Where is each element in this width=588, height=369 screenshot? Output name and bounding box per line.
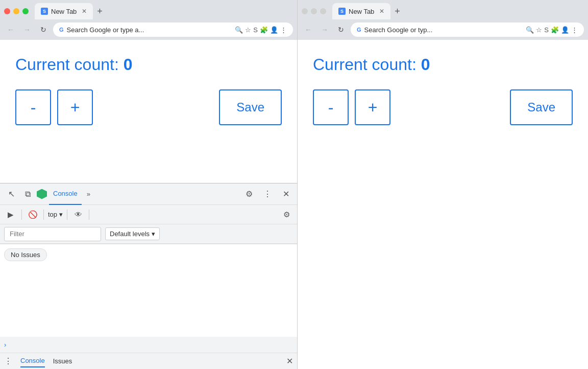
current-count-right: Current count: 0	[313, 55, 573, 74]
back-button-left[interactable]: ←	[4, 23, 17, 36]
tab-bar-left: S New Tab ✕ +	[0, 0, 297, 19]
tab-title-left: New Tab	[51, 8, 77, 15]
no-entry-icon[interactable]: 🚫	[26, 208, 39, 221]
bottom-tab-issues[interactable]: Issues	[53, 355, 72, 367]
decrement-button-left[interactable]: -	[15, 89, 51, 125]
default-levels-chevron-icon: ▾	[152, 230, 155, 238]
address-icons-right: 🔍 ☆ S 🧩 👤 ⋮	[526, 26, 578, 34]
reload-button-left[interactable]: ↻	[37, 23, 50, 36]
new-tab-button-left[interactable]: +	[95, 6, 105, 17]
address-bar-left: ← → ↻ G Search Google or type a... 🔍 ☆ S…	[0, 19, 297, 40]
tab-close-left[interactable]: ✕	[82, 8, 87, 15]
decrement-button-right[interactable]: -	[313, 89, 349, 125]
bottom-close-button[interactable]: ✕	[286, 356, 293, 366]
button-row-right: - + Save	[313, 89, 573, 125]
profile-icon-right: 👤	[561, 26, 569, 34]
console-body: No Issues	[0, 244, 297, 337]
no-issues-badge: No Issues	[4, 248, 47, 261]
search-icon-left: 🔍	[235, 26, 243, 34]
count-label-left: Current count:	[15, 55, 124, 74]
close-window-button[interactable]	[4, 8, 10, 14]
bottom-tab-console[interactable]: Console	[20, 355, 45, 367]
increment-button-left[interactable]: +	[57, 89, 93, 125]
play-icon[interactable]: ▶	[4, 208, 17, 221]
back-button-right[interactable]: ←	[302, 23, 315, 36]
right-browser-panel: S New Tab ✕ + ← → ↻ G Search Google or t…	[298, 0, 588, 369]
tab-bar-right: S New Tab ✕ +	[298, 0, 588, 19]
search-icon-right: 🔍	[526, 26, 534, 34]
default-levels-button[interactable]: Default levels ▾	[105, 227, 160, 240]
address-input-left[interactable]: G Search Google or type a... 🔍 ☆ S 🧩 👤 ⋮	[53, 22, 293, 37]
traffic-lights-right	[302, 8, 326, 14]
extensions-hex-icon	[37, 189, 47, 199]
close-window-right	[302, 8, 308, 14]
count-value-left: 0	[124, 55, 133, 74]
maximize-window-button[interactable]	[22, 8, 29, 14]
count-value-right: 0	[421, 55, 430, 74]
devtools-tabs-bar: ↖ ⧉ Console » ⚙ ⋮ ✕	[0, 183, 297, 205]
devtools-panel: ↖ ⧉ Console » ⚙ ⋮ ✕ ▶ 🚫 top ▾ 👁 ⚙	[0, 183, 297, 369]
toolbar-divider-3	[67, 210, 67, 220]
element-selector-icon[interactable]: ↖	[4, 187, 18, 201]
toolbar-divider-4	[89, 210, 89, 220]
maximize-window-right	[320, 8, 326, 14]
default-levels-label: Default levels	[110, 230, 150, 238]
address-bar-right: ← → ↻ G Search Google or typ... 🔍 ☆ S 🧩 …	[298, 19, 588, 40]
tab-favicon-left: S	[41, 8, 48, 15]
count-label-right: Current count:	[313, 55, 421, 74]
browser-tab-right[interactable]: S New Tab ✕	[332, 3, 390, 19]
current-count-left: Current count: 0	[15, 55, 282, 74]
page-content-right: Current count: 0 - + Save	[298, 40, 588, 369]
filter-bar: Default levels ▾	[0, 224, 297, 244]
save-button-left[interactable]: Save	[219, 89, 282, 125]
devtools-settings-icon[interactable]: ⚙	[242, 187, 256, 201]
tab-title-right: New Tab	[349, 8, 374, 15]
minimize-window-button[interactable]	[13, 8, 19, 14]
page-content-left: Current count: 0 - + Save	[0, 40, 297, 183]
eye-icon[interactable]: 👁	[71, 208, 85, 221]
top-chevron-icon: ▾	[59, 211, 63, 218]
console-prompt[interactable]: ›	[0, 337, 297, 353]
reload-button-right[interactable]: ↻	[334, 23, 348, 36]
save-button-right[interactable]: Save	[510, 89, 573, 125]
puzzle-icon-right: 🧩	[551, 26, 559, 34]
forward-button-left[interactable]: →	[20, 23, 34, 36]
bookmark-icon-left: ☆	[245, 26, 251, 34]
console-toolbar: ▶ 🚫 top ▾ 👁 ⚙	[0, 205, 297, 224]
console-settings-icon[interactable]: ⚙	[280, 208, 293, 221]
google-logo-right: G	[357, 27, 361, 33]
address-icons-left: 🔍 ☆ S 🧩 👤 ⋮	[235, 26, 287, 34]
increment-button-right[interactable]: +	[355, 89, 390, 125]
toolbar-divider-1	[21, 210, 22, 220]
tab-close-right[interactable]: ✕	[379, 8, 384, 15]
filter-input[interactable]	[4, 227, 101, 241]
forward-button-right[interactable]: →	[318, 23, 331, 36]
button-row-left: - + Save	[15, 89, 282, 125]
devtools-dots-icon[interactable]: ⋮	[260, 187, 275, 201]
menu-icon-right: ⋮	[571, 26, 578, 34]
address-input-right[interactable]: G Search Google or typ... 🔍 ☆ S 🧩 👤 ⋮	[351, 22, 584, 37]
profile-icon-left: 👤	[270, 26, 278, 34]
google-logo-left: G	[59, 27, 64, 33]
bookmark-icon-right: ☆	[536, 26, 542, 34]
browser-tab-left[interactable]: S New Tab ✕	[35, 3, 93, 19]
address-text-left: Search Google or type a...	[67, 26, 232, 34]
device-toggle-icon[interactable]: ⧉	[20, 187, 35, 201]
minimize-window-right	[311, 8, 317, 14]
top-frame-selector[interactable]: top ▾	[48, 211, 63, 218]
extension-icon-s-left: S	[253, 26, 258, 34]
browser-chrome-left: S New Tab ✕ + ← → ↻ G Search Google or t…	[0, 0, 297, 40]
address-text-right: Search Google or typ...	[364, 26, 523, 34]
devtools-more-tabs[interactable]: »	[84, 188, 93, 200]
top-label: top	[48, 211, 57, 218]
browser-chrome-right: S New Tab ✕ + ← → ↻ G Search Google or t…	[298, 0, 588, 40]
menu-icon-left: ⋮	[280, 26, 287, 34]
console-tab[interactable]: Console	[49, 183, 82, 205]
toolbar-divider-2	[43, 210, 44, 220]
new-tab-button-right[interactable]: +	[393, 6, 402, 17]
bottom-dots-icon[interactable]: ⋮	[4, 356, 12, 366]
devtools-close-button[interactable]: ✕	[279, 187, 293, 201]
devtools-bottom-bar: ⋮ Console Issues ✕	[0, 353, 297, 369]
left-browser-panel: S New Tab ✕ + ← → ↻ G Search Google or t…	[0, 0, 298, 369]
traffic-lights-left	[4, 8, 29, 14]
